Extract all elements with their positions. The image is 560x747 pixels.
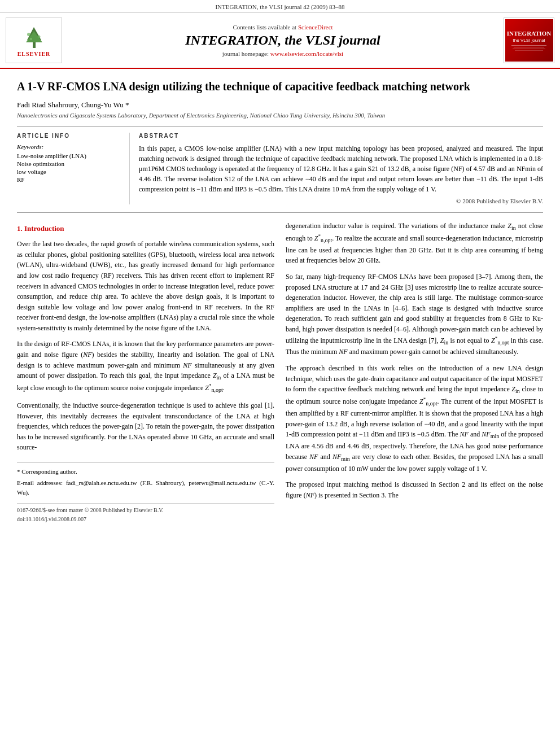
section1-title: 1. Introduction bbox=[17, 223, 274, 234]
keyword-4: RF bbox=[17, 176, 120, 183]
svg-point-5 bbox=[30, 38, 32, 40]
footer-line-1: 0167-9260/$-see front matter © 2008 Publ… bbox=[17, 506, 274, 515]
logo-subtitle-text: the VLSI journal bbox=[513, 38, 545, 43]
journal-footer: 0167-9260/$-see front matter © 2008 Publ… bbox=[17, 503, 274, 523]
left-para-2: In the design of RF-CMOS LNAs, it is kno… bbox=[17, 339, 274, 395]
right-para-3: The approach described in this work reli… bbox=[286, 363, 543, 474]
article-info-label: ARTICLE INFO bbox=[17, 133, 120, 139]
elsevier-brand-text: ELSEVIER bbox=[18, 51, 51, 57]
journal-main-title: INTEGRATION, the VLSI journal bbox=[68, 33, 498, 48]
journal-title-block: Contents lists available at ScienceDirec… bbox=[68, 18, 498, 63]
sciencedirect-prefix: Contents lists available at bbox=[233, 24, 298, 30]
right-para-4: The proposed input matching method is di… bbox=[286, 479, 543, 500]
sciencedirect-link[interactable]: ScienceDirect bbox=[298, 24, 333, 30]
journal-top-bar: INTEGRATION, the VLSI journal 42 (2009) … bbox=[0, 0, 560, 13]
homepage-prefix: journal homepage: bbox=[222, 50, 270, 57]
article-info-column: ARTICLE INFO Keywords: Low-noise amplifi… bbox=[17, 133, 130, 204]
journal-homepage-line: journal homepage: www.elsevier.com/locat… bbox=[68, 50, 498, 57]
right-para-1: degeneration inductor value is required.… bbox=[286, 221, 543, 266]
footnote-email: E-mail addresses: fadi_rs@alah.ee.nctu.e… bbox=[17, 478, 274, 497]
left-para-1: Over the last two decades, the rapid gro… bbox=[17, 239, 274, 333]
journal-citation: INTEGRATION, the VLSI journal 42 (2009) … bbox=[215, 3, 344, 10]
article-title: A 1-V RF-CMOS LNA design utilizing the t… bbox=[17, 79, 543, 94]
authors-text: Fadi Riad Shahroury, Chung-Yu Wu * bbox=[17, 101, 129, 109]
article-affiliation: Nanoelectronics and Gigascale Systems La… bbox=[17, 112, 543, 119]
abstract-text: In this paper, a CMOS low-noise amplifie… bbox=[139, 143, 543, 194]
article-authors: Fadi Riad Shahroury, Chung-Yu Wu * bbox=[17, 101, 543, 110]
elsevier-tree-icon bbox=[19, 24, 50, 50]
elsevier-logo: ELSEVIER bbox=[6, 18, 62, 63]
keyword-1: Low-noise amplifier (LNA) bbox=[17, 152, 120, 159]
page-container: INTEGRATION, the VLSI journal 42 (2009) … bbox=[0, 0, 560, 747]
keyword-2: Noise optimization bbox=[17, 160, 120, 167]
right-para-2: So far, many high-frequency RF-CMOS LNAs… bbox=[286, 272, 543, 357]
article-left-column: 1. Introduction Over the last two decade… bbox=[17, 221, 274, 523]
article-info-abstract-section: ARTICLE INFO Keywords: Low-noise amplifi… bbox=[17, 133, 543, 204]
article-main-columns: 1. Introduction Over the last two decade… bbox=[17, 221, 543, 523]
journal-logo-box: INTEGRATION the VLSI journal bbox=[505, 19, 553, 62]
keyword-3: low voltage bbox=[17, 168, 120, 175]
copyright-line: © 2008 Published by Elsevier B.V. bbox=[139, 198, 543, 204]
svg-rect-0 bbox=[33, 42, 36, 48]
homepage-link[interactable]: www.elsevier.com/locate/vlsi bbox=[270, 50, 343, 57]
abstract-column: ABSTRACT In this paper, a CMOS low-noise… bbox=[130, 133, 543, 204]
abstract-label: ABSTRACT bbox=[139, 133, 543, 139]
article-body: A 1-V RF-CMOS LNA design utilizing the t… bbox=[0, 69, 560, 534]
article-right-column: degeneration inductor value is required.… bbox=[286, 221, 543, 523]
footer-line-2: doi:10.1016/j.vlsi.2008.09.007 bbox=[17, 515, 274, 524]
journal-header: ELSEVIER Contents lists available at Sci… bbox=[0, 13, 560, 69]
divider-top bbox=[17, 126, 543, 127]
footnote-corresponding: * Corresponding author. bbox=[17, 467, 274, 477]
sciencedirect-line: Contents lists available at ScienceDirec… bbox=[68, 24, 498, 30]
svg-point-3 bbox=[27, 33, 30, 36]
journal-logo-right: INTEGRATION the VLSI journal bbox=[504, 18, 554, 63]
footnote-section: * Corresponding author. E-mail addresses… bbox=[17, 462, 274, 523]
left-para-3: Conventionally, the inductive source-deg… bbox=[17, 400, 274, 453]
logo-title-text: INTEGRATION bbox=[507, 30, 552, 37]
keywords-label: Keywords: bbox=[17, 143, 120, 150]
divider-bottom bbox=[17, 212, 543, 213]
svg-point-4 bbox=[37, 35, 40, 38]
